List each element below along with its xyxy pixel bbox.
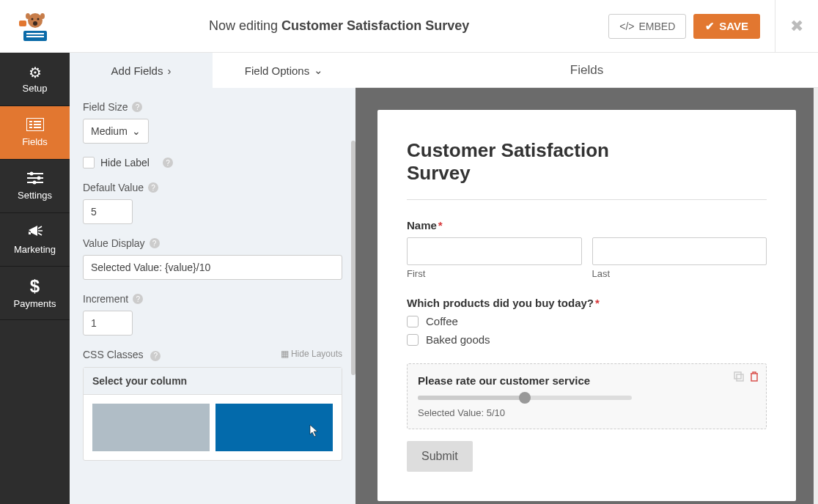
preview-area: Fields Customer Satisfaction Survey Name… bbox=[355, 53, 818, 504]
dollar-icon: $ bbox=[30, 278, 40, 295]
chevron-down-icon: ⌄ bbox=[132, 125, 141, 137]
svg-point-20 bbox=[37, 177, 40, 180]
sliders-icon bbox=[27, 171, 43, 187]
svg-rect-7 bbox=[26, 33, 44, 34]
slider-field-selected[interactable]: Please rate our customer service Selecte… bbox=[407, 363, 767, 429]
sidenav-item-marketing[interactable]: Marketing bbox=[0, 213, 70, 267]
svg-rect-24 bbox=[737, 374, 743, 381]
checkbox-option[interactable]: Baked goods bbox=[407, 333, 767, 346]
sidenav-item-setup[interactable]: ⚙ Setup bbox=[0, 53, 70, 106]
checkbox[interactable] bbox=[407, 316, 419, 327]
field-label: Field Size ? bbox=[83, 101, 342, 113]
submit-button[interactable]: Submit bbox=[407, 441, 473, 472]
increment-group: Increment ? bbox=[83, 293, 342, 336]
svg-point-5 bbox=[33, 21, 37, 26]
topbar: Now editing Customer Satisfaction Survey… bbox=[0, 0, 818, 53]
svg-rect-16 bbox=[34, 127, 41, 128]
main-layout: ⚙ Setup Fields Settings Marketing $ Paym… bbox=[0, 53, 818, 504]
svg-rect-23 bbox=[734, 372, 741, 379]
sidenav: ⚙ Setup Fields Settings Marketing $ Paym… bbox=[0, 53, 70, 504]
required-mark: * bbox=[595, 297, 600, 309]
column-option-1[interactable] bbox=[92, 404, 210, 451]
tab-field-options[interactable]: Field Options ⌄ bbox=[213, 53, 355, 88]
wpforms-logo-icon bbox=[18, 9, 53, 44]
gear-icon: ⚙ bbox=[29, 65, 42, 80]
field-label: Value Display ? bbox=[83, 237, 342, 249]
last-name-col: Last bbox=[592, 237, 767, 279]
sidenav-label: Payments bbox=[14, 298, 56, 309]
topbar-title: Now editing Customer Satisfaction Survey bbox=[70, 18, 608, 34]
default-value-input[interactable] bbox=[83, 199, 133, 224]
checkbox-option[interactable]: Coffee bbox=[407, 315, 767, 327]
column-selector-title: Select your column bbox=[84, 368, 342, 395]
help-icon[interactable]: ? bbox=[148, 182, 158, 193]
field-size-group: Field Size ? Medium ⌄ bbox=[83, 101, 342, 144]
last-name-input[interactable] bbox=[592, 237, 767, 265]
sublabel: Last bbox=[592, 268, 767, 279]
list-icon bbox=[26, 118, 44, 133]
close-icon[interactable]: ✖ bbox=[790, 17, 803, 36]
code-icon: </> bbox=[619, 21, 634, 32]
value-display-input[interactable] bbox=[83, 255, 342, 280]
select-value: Medium bbox=[91, 125, 128, 137]
panel-content: Field Size ? Medium ⌄ Hide Label ? Defau… bbox=[70, 88, 355, 504]
form-preview: Customer Satisfaction Survey Name* First bbox=[377, 110, 796, 501]
sidenav-item-settings[interactable]: Settings bbox=[0, 160, 70, 213]
slider-track[interactable] bbox=[418, 396, 632, 400]
help-icon[interactable]: ? bbox=[132, 102, 142, 112]
first-name-col: First bbox=[407, 237, 582, 279]
hide-label-group: Hide Label ? bbox=[83, 157, 342, 168]
help-icon[interactable]: ? bbox=[150, 238, 160, 248]
field-label: Increment ? bbox=[83, 293, 342, 305]
hide-layouts-link[interactable]: ▦ Hide Layouts bbox=[281, 349, 342, 359]
preview-scrollbar[interactable] bbox=[814, 88, 818, 504]
svg-point-2 bbox=[37, 18, 39, 20]
bullhorn-icon bbox=[27, 224, 43, 241]
preview-canvas: Customer Satisfaction Survey Name* First bbox=[355, 88, 818, 504]
save-button[interactable]: ✔ SAVE bbox=[693, 14, 760, 39]
sidenav-item-fields[interactable]: Fields bbox=[0, 106, 70, 160]
slider-fill bbox=[418, 396, 525, 400]
slider-value-display: Selected Value: 5/10 bbox=[418, 407, 756, 418]
save-label: SAVE bbox=[719, 20, 748, 32]
value-display-group: Value Display ? bbox=[83, 237, 342, 280]
chevron-down-icon: ⌄ bbox=[314, 64, 323, 77]
default-value-group: Default Value ? bbox=[83, 182, 342, 224]
sidenav-label: Settings bbox=[18, 190, 52, 201]
divider bbox=[775, 0, 775, 53]
options-panel: Add Fields › Field Options ⌄ Field Size … bbox=[70, 53, 355, 504]
hide-label-checkbox[interactable] bbox=[83, 157, 95, 168]
option-label: Coffee bbox=[426, 315, 458, 327]
column-option-2[interactable] bbox=[215, 404, 333, 451]
field-label: Please rate our customer service bbox=[418, 374, 756, 387]
name-field[interactable]: Name* First Last bbox=[407, 219, 767, 279]
help-icon[interactable]: ? bbox=[163, 158, 173, 168]
first-name-input[interactable] bbox=[407, 237, 582, 265]
svg-rect-15 bbox=[29, 127, 32, 128]
help-icon[interactable]: ? bbox=[150, 351, 161, 361]
sidenav-label: Setup bbox=[23, 83, 48, 94]
tab-label: Field Options bbox=[245, 64, 309, 77]
embed-button[interactable]: </> EMBED bbox=[608, 14, 686, 39]
products-field[interactable]: Which products did you buy today?* Coffe… bbox=[407, 297, 767, 346]
increment-input[interactable] bbox=[83, 311, 133, 336]
editing-prefix: Now editing bbox=[209, 18, 281, 33]
help-icon[interactable]: ? bbox=[133, 294, 143, 304]
sidenav-item-payments[interactable]: $ Payments bbox=[0, 267, 70, 320]
trash-icon[interactable] bbox=[750, 371, 759, 384]
tab-add-fields[interactable]: Add Fields › bbox=[70, 53, 213, 88]
option-label: Baked goods bbox=[426, 333, 490, 346]
field-size-select[interactable]: Medium ⌄ bbox=[83, 119, 149, 144]
column-selector: Select your column bbox=[83, 367, 342, 461]
field-label: Which products did you buy today?* bbox=[407, 297, 767, 309]
svg-point-18 bbox=[29, 172, 33, 176]
checkbox[interactable] bbox=[407, 334, 419, 346]
field-label: CSS Classes ? ▦ Hide Layouts bbox=[83, 349, 342, 361]
svg-rect-13 bbox=[29, 124, 32, 125]
slider-thumb[interactable] bbox=[519, 392, 531, 404]
field-actions bbox=[734, 371, 759, 384]
field-label: Default Value ? bbox=[83, 182, 342, 193]
required-mark: * bbox=[438, 219, 443, 231]
duplicate-icon[interactable] bbox=[734, 371, 744, 384]
column-selector-body bbox=[84, 395, 342, 460]
